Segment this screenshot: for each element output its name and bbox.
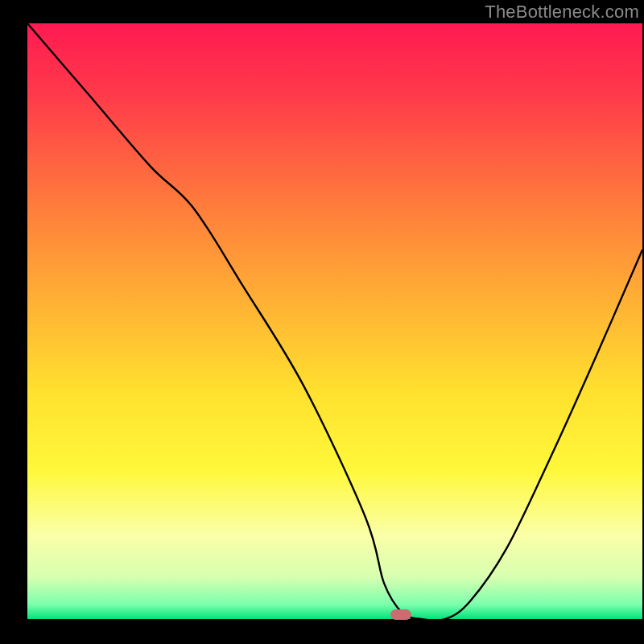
bottleneck-chart <box>0 0 644 644</box>
watermark-text: TheBottleneck.com <box>485 2 639 23</box>
chart-container: TheBottleneck.com <box>0 0 644 644</box>
sweet-spot-marker <box>390 609 411 620</box>
plot-background <box>27 23 642 619</box>
